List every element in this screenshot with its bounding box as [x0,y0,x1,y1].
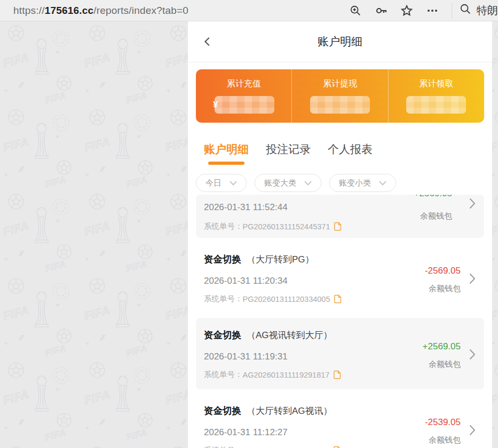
tab-bet-records[interactable]: 投注记录 [266,142,311,157]
zoom-in-icon[interactable] [349,4,362,17]
order-number: AG202601311119291817 [243,371,330,379]
star-icon[interactable] [400,4,413,17]
record-datetime: 2026-01-31 11:20:34 [204,276,425,286]
order-number: PG202601311120334005 [243,295,330,303]
order-label: 系统单号： [204,370,243,380]
active-tab-indicator [208,162,244,165]
chevron-right-icon[interactable] [461,329,484,380]
address-bar[interactable]: https://175616.cc/reports/index?tab=0 [13,5,349,17]
amount-clipped: +2569.05 [414,195,452,199]
summary-claim: 累计领取 [388,69,484,123]
order-label: 系统单号： [204,294,243,304]
search-icon [460,3,471,18]
amount: -2569.05 [425,266,461,276]
browser-search[interactable]: 特朗 [460,3,498,18]
back-chevron-icon [202,36,214,47]
chevron-right-icon[interactable] [469,198,476,211]
summary-withdraw: 累计提现 [291,69,388,123]
filter-label: 今日 [205,178,222,188]
url-path: /reports/index?tab=0 [93,5,188,16]
tab-account-detail[interactable]: 账户明细 [204,142,249,165]
order-number: PG202601311152445371 [243,222,330,231]
summary-label: 累计提现 [323,78,357,90]
summary-label: 累计充值 [227,78,261,90]
chevron-down-icon [230,181,237,186]
chevron-down-icon [304,181,312,186]
filter-major-category-dropdown[interactable]: 账变大类 [255,174,321,192]
amount: -2539.05 [425,417,461,428]
tab-label: 账户明细 [204,142,249,157]
chevron-down-icon [379,181,386,186]
filter-date-dropdown[interactable]: 今日 [196,174,247,192]
copy-icon[interactable] [334,222,342,231]
wallet-label: 余额钱包 [420,211,452,221]
order-label: 系统单号： [204,445,243,448]
redacted-value [310,96,370,114]
filter-label: 账变大类 [264,178,296,188]
page-title: 账户明细 [318,34,362,49]
tab-personal-report[interactable]: 个人报表 [328,142,373,157]
transaction-list: +2569.05 2026-01-31 11:52:44 系统单号： PG202… [188,195,492,448]
transaction-record[interactable]: +2569.05 2026-01-31 11:52:44 系统单号： PG202… [196,195,484,238]
wallet-label: 余额钱包 [429,359,461,370]
record-datetime: 2026-01-31 11:19:31 [204,351,423,362]
wallet-label: 余额钱包 [429,435,461,445]
filter-label: 账变小类 [339,178,371,188]
key-icon[interactable] [375,4,388,17]
summary-label: 累计领取 [419,78,453,90]
transaction-record[interactable]: 资金切换（大厅转到PG） 2026-01-31 11:20:34 系统单号： P… [196,242,484,314]
currency-symbol: ¥ [213,100,218,110]
url-scheme: https:// [13,5,45,16]
browser-bar: https://175616.cc/reports/index?tab=0 特朗 [0,0,498,21]
back-button[interactable] [202,35,216,49]
transaction-record[interactable]: 资金切换（AG视讯转到大厅） 2026-01-31 11:19:31 系统单号：… [196,318,484,389]
redacted-value [215,96,274,114]
filter-minor-category-dropdown[interactable]: 账变小类 [329,174,396,192]
search-query-text: 特朗 [477,3,498,18]
toolbar-divider [452,3,452,19]
tab-label: 个人报表 [328,142,373,157]
record-title: 资金切换（大厅转到PG） [204,253,425,266]
order-label: 系统单号： [204,221,243,231]
filter-bar: 今日 账变大类 账变小类 [188,174,492,192]
record-datetime: 2026-01-31 11:12:27 [204,427,425,438]
wallet-label: 余额钱包 [429,284,461,294]
copy-icon[interactable] [334,370,341,379]
chevron-right-icon[interactable] [461,253,484,304]
copy-icon[interactable] [334,446,341,448]
copy-icon[interactable] [334,294,342,303]
chevron-right-icon[interactable] [461,404,484,448]
amount: +2569.05 [423,341,461,352]
record-title: 资金切换（AG视讯转到大厅） [204,329,423,341]
summary-card: 累计充值 ¥ 累计提现 累计领取 [196,69,484,123]
content-panel: 账户明细 累计充值 ¥ 累计提现 累计领取 [188,21,492,448]
app-header: 账户明细 [188,21,492,62]
summary-recharge: 累计充值 ¥ [196,69,291,123]
ellipsis-icon[interactable] [426,4,439,17]
record-title: 资金切换（大厅转到AG视讯） [204,404,425,417]
url-domain: 175616.cc [45,5,94,16]
transaction-record[interactable]: 资金切换（大厅转到AG视讯） 2026-01-31 11:12:27 系统单号：… [196,394,484,448]
redacted-value [406,96,466,114]
tab-bar: 账户明细 投注记录 个人报表 [188,142,492,165]
order-number: AG202601311112257701 [243,446,330,448]
page-background: FIFA FIFA [0,21,498,448]
tab-label: 投注记录 [266,142,311,157]
